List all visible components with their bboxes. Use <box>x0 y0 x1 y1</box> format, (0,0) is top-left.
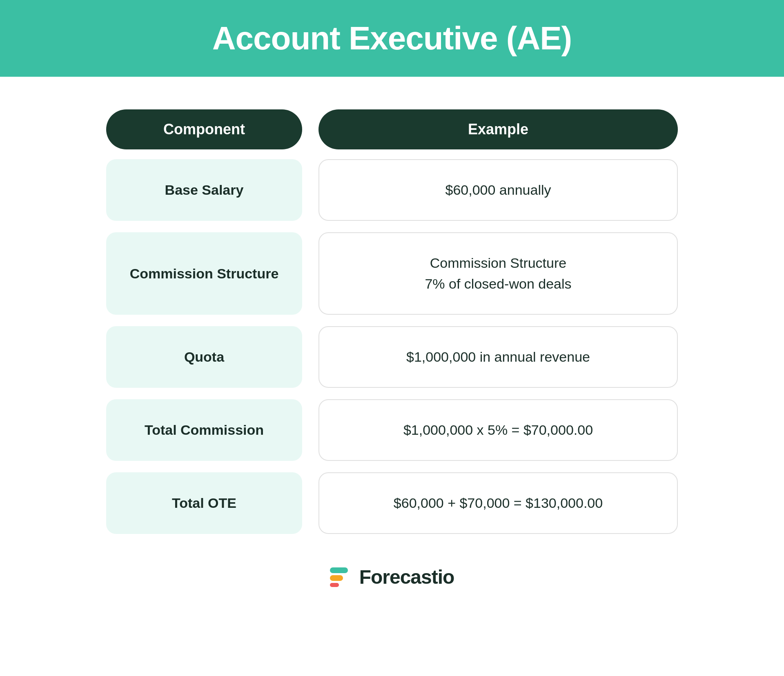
table-row: Total OTE $60,000 + $70,000 = $130,000.0… <box>106 472 678 534</box>
table-row: Quota $1,000,000 in annual revenue <box>106 326 678 388</box>
example-cell-base-salary: $60,000 annually <box>318 159 678 221</box>
example-value-total-commission: $1,000,000 x 5% = $70,000.00 <box>403 420 593 440</box>
component-label-total-ote: Total OTE <box>172 495 236 511</box>
table-container: Component Example Base Salary $60,000 an… <box>106 109 678 545</box>
logo-bar-red <box>330 583 339 587</box>
example-value-base-salary: $60,000 annually <box>445 180 551 200</box>
table-row: Base Salary $60,000 annually <box>106 159 678 221</box>
table-row: Commission Structure Commission Structur… <box>106 232 678 315</box>
logo-text: Forecastio <box>359 566 454 588</box>
example-value-commission: Commission Structure 7% of closed-won de… <box>425 253 571 294</box>
component-label-total-commission: Total Commission <box>145 422 264 438</box>
header-banner: Account Executive (AE) <box>0 0 784 77</box>
component-cell-total-ote: Total OTE <box>106 472 302 534</box>
page-title: Account Executive (AE) <box>212 20 572 57</box>
table-header-row: Component Example <box>106 109 678 149</box>
component-cell-base-salary: Base Salary <box>106 159 302 221</box>
logo-bar-orange <box>330 575 343 581</box>
example-header-label: Example <box>468 121 528 138</box>
example-cell-quota: $1,000,000 in annual revenue <box>318 326 678 388</box>
component-cell-total-commission: Total Commission <box>106 399 302 461</box>
example-value-quota: $1,000,000 in annual revenue <box>406 347 590 367</box>
example-value-total-ote: $60,000 + $70,000 = $130,000.00 <box>394 493 603 514</box>
footer: Forecastio <box>330 545 454 596</box>
component-label-base-salary: Base Salary <box>165 182 244 198</box>
example-cell-total-commission: $1,000,000 x 5% = $70,000.00 <box>318 399 678 461</box>
component-header-label: Component <box>163 121 245 138</box>
main-content: Component Example Base Salary $60,000 an… <box>0 77 784 621</box>
component-label-quota: Quota <box>184 349 224 365</box>
component-label-commission: Commission Structure <box>130 266 279 282</box>
component-column-header: Component <box>106 109 302 149</box>
example-cell-commission: Commission Structure 7% of closed-won de… <box>318 232 678 315</box>
logo-icon <box>330 567 351 588</box>
component-cell-commission: Commission Structure <box>106 232 302 315</box>
table-row: Total Commission $1,000,000 x 5% = $70,0… <box>106 399 678 461</box>
logo-bar-green <box>330 567 348 573</box>
component-cell-quota: Quota <box>106 326 302 388</box>
example-column-header: Example <box>318 109 678 149</box>
example-cell-total-ote: $60,000 + $70,000 = $130,000.00 <box>318 472 678 534</box>
